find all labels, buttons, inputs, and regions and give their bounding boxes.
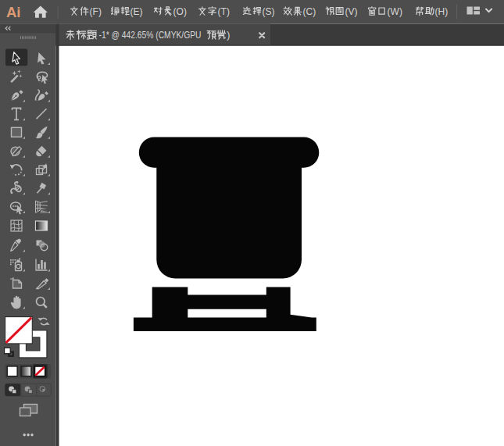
svg-text:Ai: Ai [6, 4, 21, 20]
svg-text:(S): (S) [263, 6, 275, 17]
svg-text:(E): (E) [130, 6, 143, 17]
svg-text:(C): (C) [303, 6, 316, 17]
svg-text:(W): (W) [388, 6, 402, 17]
svg-text:-1* @ 442.65% (CMYK/GPU: -1* @ 442.65% (CMYK/GPU [99, 30, 202, 41]
svg-text:(F): (F) [90, 6, 102, 17]
svg-text:(T): (T) [218, 6, 230, 17]
svg-text:(H): (H) [435, 6, 449, 17]
svg-text:): ) [227, 30, 230, 41]
svg-text:(O): (O) [173, 6, 187, 17]
svg-text:(V): (V) [345, 6, 358, 17]
